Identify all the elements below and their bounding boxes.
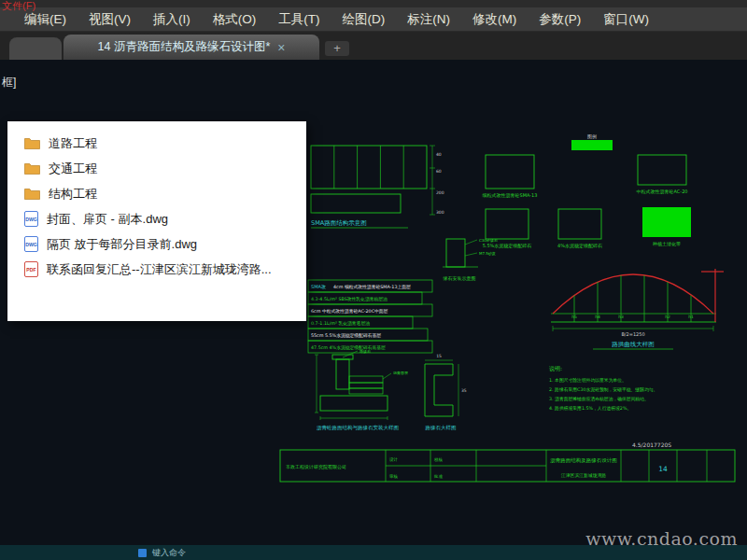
span-dim: B/2=1250 <box>621 331 644 337</box>
canvas-text-fragment: 框] <box>2 75 16 91</box>
file-item-label: 交通工程 <box>49 161 97 177</box>
dwg-file-icon: DWG <box>24 211 38 227</box>
pavement-structure-table: SMA改 4cm 细粒式改性沥青砼SMA-13上面层 4.3-4.5L/m² S… <box>308 280 432 353</box>
pdf-file-icon: PDF <box>24 261 38 277</box>
menu-item-tools[interactable]: 工具(T) <box>278 11 319 28</box>
note-line: 4. 路拱横坡采用1.5%，人行道横坡2%。 <box>549 406 631 412</box>
leader-label: 沥青面层 <box>393 371 408 375</box>
menu-item-format[interactable]: 格式(O) <box>213 11 257 28</box>
svg-text:DWG: DWG <box>25 242 37 247</box>
menu-item-parametric[interactable]: 参数(P) <box>539 11 581 28</box>
curb-section-label: 路缘石大样图 <box>426 425 457 431</box>
file-item-dwg[interactable]: DWG 隔页 放于每部分目录前.dwg <box>7 231 306 257</box>
crown-title: 路拱曲线大样图 <box>612 341 655 348</box>
material-samples: 细粒式改性沥青砼SMA-13 中粒式改性沥青砼AC-20 5.5%水泥稳定级配碎… <box>483 155 691 249</box>
file-item-folder[interactable]: 交通工程 <box>7 156 306 181</box>
project-number: 4.5/2017720S <box>632 441 671 448</box>
drawing-title: 沥青路面结构及路缘石设计图 <box>550 457 617 464</box>
curb-small-label: 缘石安装示意图 <box>444 275 476 282</box>
leader-label: 路缘石 <box>359 349 371 354</box>
file-item-label: 隔页 放于每部分目录前.dwg <box>47 236 197 253</box>
table-row: 4.3-4.5L/m² SBS改性乳化沥青粘层油 <box>311 296 388 302</box>
inactive-tab-stub[interactable] <box>9 37 62 60</box>
dim-label: 35 <box>461 388 467 393</box>
field-label: 校核 <box>434 457 444 462</box>
notes-title: 说明: <box>549 365 562 372</box>
ordinate-label: h3 <box>618 315 624 319</box>
ordinate-label: h4 <box>595 315 600 319</box>
dim-label: 15 <box>436 354 442 358</box>
file-item-folder[interactable]: 结构工程 <box>7 181 306 206</box>
note-line: 2. 路缘石采用C30水泥砼预制，安砌平稳、缝隙均匀。 <box>549 386 657 393</box>
leader-label: C30砼缘石 <box>479 238 498 243</box>
sheet-number: 14 <box>658 465 668 473</box>
note-line: 3. 沥青面层摊铺前应洒布粘层油，确保层间粘结。 <box>549 396 649 402</box>
pavement-plan-label: SMA路面结构示意图 <box>311 219 367 227</box>
file-item-dwg[interactable]: DWG 封面、扉页 - 副本.dwg <box>7 206 306 231</box>
window-top-strip <box>0 0 747 7</box>
file-item-label: 封面、扉页 - 副本.dwg <box>47 211 168 228</box>
file-item-label: 联系函回复汇总--江津区滨江新城珑湾路... <box>47 261 272 278</box>
menu-item-edit[interactable]: 编辑(E) <box>24 11 66 28</box>
notes-block: 说明: 1. 本图尺寸除注明外均以厘米为单位。 2. 路缘石采用C30水泥砼预制… <box>549 365 657 412</box>
tab-bar: 14 沥青路面结构及路缘石设计图* × + <box>0 32 747 60</box>
tab-close-icon[interactable]: × <box>277 41 285 54</box>
menu-item-dimension[interactable]: 标注(N) <box>407 11 450 28</box>
dim-label: 40 <box>436 152 442 157</box>
sample-label: 5.5%水泥稳定级配碎石 <box>483 243 532 249</box>
ordinate-label: h1 <box>688 315 694 319</box>
file-item-label: 结构工程 <box>49 186 97 203</box>
dim-label: 60 <box>436 169 442 174</box>
menu-item-modify[interactable]: 修改(M) <box>472 11 516 28</box>
table-row: 55cm 5.5%水泥稳定级配碎石基层 <box>311 332 381 339</box>
crown-curve-diagram: h5 h4 h3 h2 h1 B/2=1250 路拱曲线大样图 <box>551 269 724 349</box>
new-tab-button[interactable]: + <box>325 41 349 56</box>
tab-active[interactable]: 14 沥青路面结构及路缘石设计图* × <box>63 35 319 60</box>
table-row: 47.5cm 4%水泥稳定级配碎石底基层 <box>311 344 386 351</box>
dim-label: 300 <box>436 210 444 215</box>
menu-item-insert[interactable]: 插入(I) <box>153 11 190 28</box>
legend-bar: 图例 <box>571 133 613 150</box>
ordinate-label: h2 <box>665 315 670 319</box>
title-block: 4.5/2017720S 市政工程设计研究院有限公司 设计 校核 审核 批准 沥… <box>280 441 735 482</box>
folder-icon <box>24 188 40 201</box>
file-item-pdf[interactable]: PDF 联系函回复汇总--江津区滨江新城珑湾路... <box>7 257 306 282</box>
tab-title: 14 沥青路面结构及路缘石设计图* <box>98 39 271 55</box>
table-row: 4cm 细粒式改性沥青砼SMA-13上面层 <box>333 284 411 290</box>
project-name: 江津区滨江新城珑湾路 <box>560 472 606 479</box>
command-bar[interactable]: 键入命令 <box>138 547 186 558</box>
folder-icon <box>24 137 40 150</box>
svg-text:DWG: DWG <box>25 217 37 222</box>
file-item-folder[interactable]: 道路工程 <box>7 131 306 156</box>
dim-label: 200 <box>436 190 444 195</box>
note-line: 1. 本图尺寸除注明外均以厘米为单位。 <box>549 377 627 384</box>
curb-install-label: 沥青砼路面结构与路缘石安装大样图 <box>317 425 399 431</box>
field-label: 设计 <box>389 456 399 462</box>
menu-item-draw[interactable]: 绘图(D) <box>343 11 386 28</box>
folder-icon <box>24 162 40 175</box>
pavement-plan-view: 40 60 200 300 SMA路面结构示意图 <box>311 146 444 228</box>
curb-cross-section: 15 35 路缘石大样图 <box>425 354 467 431</box>
sample-label: 4%水泥稳定级配碎石 <box>557 243 602 249</box>
cad-drawing: 40 60 200 300 SMA路面结构示意图 图例 细粒式改性沥青砼SMA-… <box>275 131 740 485</box>
site-watermark: www.cndao.com <box>585 528 738 549</box>
menu-bar: 编辑(E) 视图(V) 插入(I) 格式(O) 工具(T) 绘图(D) 标注(N… <box>0 7 747 32</box>
field-label: 审核 <box>389 474 399 479</box>
table-row: 0.7-1.1L/m² 乳化沥青透层油 <box>311 320 370 327</box>
command-icon <box>138 549 147 557</box>
command-hint: 键入命令 <box>152 547 186 558</box>
file-list-popup: 道路工程 交通工程 结构工程 DWG 封面、扉页 - 副本.dwg DWG <box>7 121 306 321</box>
legend-label: 图例 <box>587 133 597 140</box>
menu-item-window[interactable]: 窗口(W) <box>603 11 649 28</box>
field-label: 批准 <box>433 474 444 479</box>
svg-text:PDF: PDF <box>26 267 35 273</box>
sample-label: 中粒式改性沥青砼AC-20 <box>637 189 688 195</box>
menu-item-view[interactable]: 视图(V) <box>89 11 131 28</box>
table-tag: SMA改 <box>311 284 326 289</box>
dwg-file-icon: DWG <box>24 236 38 252</box>
file-item-label: 道路工程 <box>49 135 97 152</box>
curb-install-detail: 路缘石 沥青面层 沥青砼路面结构与路缘石安装大样图 <box>315 349 408 431</box>
leader-label: M7.5砂浆 <box>479 251 496 256</box>
table-row: 6cm 中粒式改性沥青砼AC-20C中面层 <box>311 308 388 315</box>
company-name: 市政工程设计研究院有限公司 <box>286 464 346 470</box>
